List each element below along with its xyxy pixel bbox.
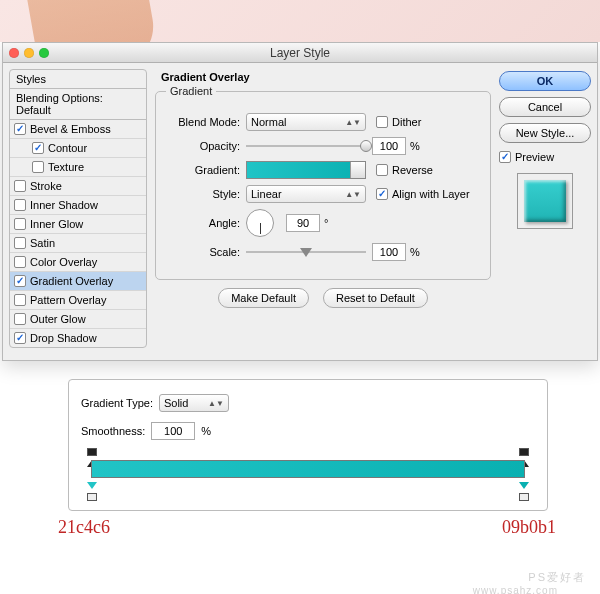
scale-field[interactable]: 100: [372, 243, 406, 261]
window-title: Layer Style: [3, 46, 597, 60]
angle-unit: °: [324, 217, 328, 229]
style-item-outer-glow[interactable]: Outer Glow: [10, 310, 146, 329]
gradient-label: Gradient:: [166, 164, 246, 176]
blend-mode-label: Blend Mode:: [166, 116, 246, 128]
make-default-button[interactable]: Make Default: [218, 288, 309, 308]
style-item-inner-glow[interactable]: Inner Glow: [10, 215, 146, 234]
gradient-type-select[interactable]: Solid ▲▼: [159, 394, 229, 412]
smoothness-label: Smoothness:: [81, 425, 145, 437]
reverse-checkbox[interactable]: Reverse: [376, 164, 433, 176]
preview-label: Preview: [515, 151, 554, 163]
color-stop-left[interactable]: [87, 482, 97, 494]
angle-dial[interactable]: [246, 209, 274, 237]
checkbox-icon[interactable]: [14, 237, 26, 249]
reverse-label: Reverse: [392, 164, 433, 176]
style-item-texture[interactable]: Texture: [10, 158, 146, 177]
style-item-drop-shadow[interactable]: Drop Shadow: [10, 329, 146, 347]
checkbox-icon[interactable]: [32, 161, 44, 173]
style-list: Bevel & EmbossContourTextureStrokeInner …: [9, 119, 147, 348]
style-item-contour[interactable]: Contour: [10, 139, 146, 158]
preview-swatch: [517, 173, 573, 229]
style-item-inner-shadow[interactable]: Inner Shadow: [10, 196, 146, 215]
align-label: Align with Layer: [392, 188, 470, 200]
checkbox-icon[interactable]: [14, 180, 26, 192]
style-item-satin[interactable]: Satin: [10, 234, 146, 253]
checkbox-icon[interactable]: [32, 142, 44, 154]
style-item-label: Pattern Overlay: [30, 294, 106, 306]
style-item-bevel-emboss[interactable]: Bevel & Emboss: [10, 120, 146, 139]
style-value: Linear: [251, 188, 282, 200]
scale-label: Scale:: [166, 246, 246, 258]
angle-label: Angle:: [166, 217, 246, 229]
style-item-pattern-overlay[interactable]: Pattern Overlay: [10, 291, 146, 310]
titlebar: Layer Style: [3, 43, 597, 63]
style-item-label: Satin: [30, 237, 55, 249]
opacity-label: Opacity:: [166, 140, 246, 152]
styles-header[interactable]: Styles: [9, 69, 147, 89]
style-label: Style:: [166, 188, 246, 200]
gradient-group: Gradient Blend Mode: Normal ▲▼ Dither Op…: [155, 85, 491, 280]
style-item-label: Inner Shadow: [30, 199, 98, 211]
dither-label: Dither: [392, 116, 421, 128]
preview-checkbox[interactable]: Preview: [499, 151, 591, 163]
color-stop-right[interactable]: [519, 482, 529, 494]
right-hex-label: 09b0b1: [502, 517, 556, 538]
style-select[interactable]: Linear ▲▼: [246, 185, 366, 203]
checkbox-icon[interactable]: [14, 275, 26, 287]
gradient-type-value: Solid: [164, 397, 188, 409]
opacity-unit: %: [410, 140, 420, 152]
align-checkbox[interactable]: Align with Layer: [376, 188, 470, 200]
opacity-stop-right[interactable]: [519, 448, 529, 460]
style-item-label: Inner Glow: [30, 218, 83, 230]
reset-default-button[interactable]: Reset to Default: [323, 288, 428, 308]
blending-options-header[interactable]: Blending Options: Default: [9, 88, 147, 120]
scale-unit: %: [410, 246, 420, 258]
smoothness-unit: %: [201, 425, 211, 437]
gradient-bar[interactable]: [81, 450, 535, 490]
gradient-swatch[interactable]: [246, 161, 366, 179]
blend-mode-select[interactable]: Normal ▲▼: [246, 113, 366, 131]
style-item-label: Drop Shadow: [30, 332, 97, 344]
style-item-label: Outer Glow: [30, 313, 86, 325]
cancel-button[interactable]: Cancel: [499, 97, 591, 117]
layer-style-dialog: Layer Style Styles Blending Options: Def…: [2, 42, 598, 361]
checkbox-icon[interactable]: [14, 199, 26, 211]
ok-button[interactable]: OK: [499, 71, 591, 91]
updown-icon: ▲▼: [208, 399, 224, 408]
style-item-label: Texture: [48, 161, 84, 173]
blend-mode-value: Normal: [251, 116, 286, 128]
checkbox-icon[interactable]: [14, 294, 26, 306]
group-legend: Gradient: [166, 85, 216, 97]
checkbox-icon[interactable]: [14, 313, 26, 325]
new-style-button[interactable]: New Style...: [499, 123, 591, 143]
dither-checkbox[interactable]: Dither: [376, 116, 421, 128]
opacity-slider[interactable]: [246, 138, 366, 154]
style-item-label: Contour: [48, 142, 87, 154]
scale-slider[interactable]: [246, 244, 366, 260]
watermark: PS爱好者 www.psahz.com: [528, 557, 586, 588]
checkbox-icon[interactable]: [14, 256, 26, 268]
opacity-field[interactable]: 100: [372, 137, 406, 155]
style-item-stroke[interactable]: Stroke: [10, 177, 146, 196]
gradient-editor: Gradient Type: Solid ▲▼ Smoothness: 100 …: [68, 379, 548, 511]
gradient-type-label: Gradient Type:: [81, 397, 153, 409]
angle-field[interactable]: 90: [286, 214, 320, 232]
left-hex-label: 21c4c6: [58, 517, 110, 538]
style-item-gradient-overlay[interactable]: Gradient Overlay: [10, 272, 146, 291]
style-item-label: Color Overlay: [30, 256, 97, 268]
checkbox-icon[interactable]: [14, 218, 26, 230]
style-item-label: Stroke: [30, 180, 62, 192]
style-item-color-overlay[interactable]: Color Overlay: [10, 253, 146, 272]
updown-icon: ▲▼: [345, 192, 361, 197]
checkbox-icon[interactable]: [14, 123, 26, 135]
smoothness-field[interactable]: 100: [151, 422, 195, 440]
opacity-stop-left[interactable]: [87, 448, 97, 460]
updown-icon: ▲▼: [345, 120, 361, 125]
style-item-label: Bevel & Emboss: [30, 123, 111, 135]
style-item-label: Gradient Overlay: [30, 275, 113, 287]
checkbox-icon[interactable]: [14, 332, 26, 344]
section-title: Gradient Overlay: [161, 71, 491, 83]
background-artwork: [0, 0, 600, 42]
